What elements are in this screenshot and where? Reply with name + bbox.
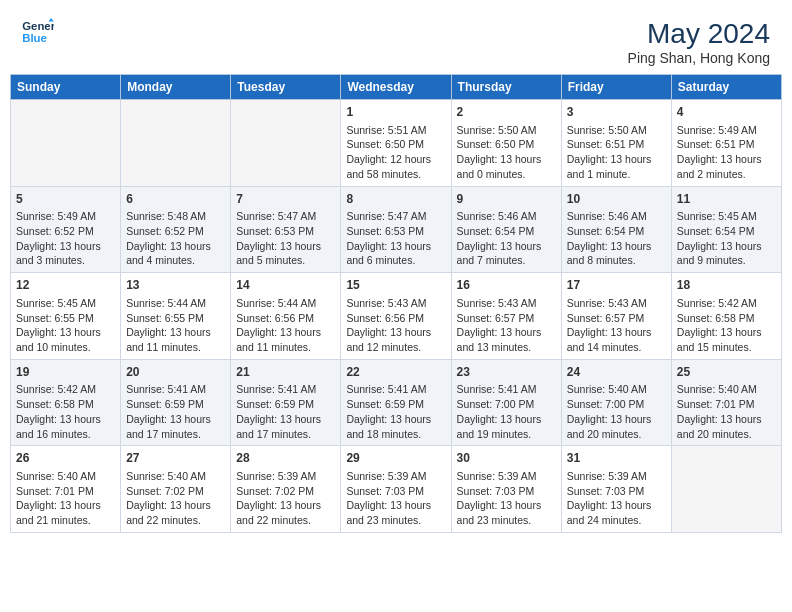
sunset-line: Sunset: 7:01 PM (677, 398, 755, 410)
sunset-line: Sunset: 6:57 PM (457, 312, 535, 324)
calendar-week-row: 5Sunrise: 5:49 AMSunset: 6:52 PMDaylight… (11, 186, 782, 273)
calendar-cell: 1Sunrise: 5:51 AMSunset: 6:50 PMDaylight… (341, 100, 451, 187)
calendar-cell (231, 100, 341, 187)
daylight-line: Daylight: 13 hours and 22 minutes. (126, 499, 211, 526)
calendar-cell: 13Sunrise: 5:44 AMSunset: 6:55 PMDayligh… (121, 273, 231, 360)
calendar-cell: 12Sunrise: 5:45 AMSunset: 6:55 PMDayligh… (11, 273, 121, 360)
daylight-line: Daylight: 13 hours and 17 minutes. (126, 413, 211, 440)
calendar-cell: 10Sunrise: 5:46 AMSunset: 6:54 PMDayligh… (561, 186, 671, 273)
svg-text:General: General (22, 20, 54, 32)
sunset-line: Sunset: 6:50 PM (457, 138, 535, 150)
calendar-week-row: 19Sunrise: 5:42 AMSunset: 6:58 PMDayligh… (11, 359, 782, 446)
sunset-line: Sunset: 6:55 PM (126, 312, 204, 324)
sunset-line: Sunset: 7:03 PM (567, 485, 645, 497)
sunrise-line: Sunrise: 5:44 AM (236, 297, 316, 309)
sunrise-line: Sunrise: 5:47 AM (236, 210, 316, 222)
day-number: 29 (346, 450, 445, 467)
sunrise-line: Sunrise: 5:50 AM (567, 124, 647, 136)
sunset-line: Sunset: 7:03 PM (457, 485, 535, 497)
calendar-cell: 7Sunrise: 5:47 AMSunset: 6:53 PMDaylight… (231, 186, 341, 273)
daylight-line: Daylight: 13 hours and 11 minutes. (126, 326, 211, 353)
sunrise-line: Sunrise: 5:40 AM (567, 383, 647, 395)
daylight-line: Daylight: 13 hours and 21 minutes. (16, 499, 101, 526)
calendar-header-row: SundayMondayTuesdayWednesdayThursdayFrid… (11, 75, 782, 100)
day-number: 21 (236, 364, 335, 381)
sunrise-line: Sunrise: 5:39 AM (346, 470, 426, 482)
sunset-line: Sunset: 7:01 PM (16, 485, 94, 497)
weekday-header-saturday: Saturday (671, 75, 781, 100)
sunset-line: Sunset: 6:58 PM (677, 312, 755, 324)
calendar-cell: 15Sunrise: 5:43 AMSunset: 6:56 PMDayligh… (341, 273, 451, 360)
sunrise-line: Sunrise: 5:41 AM (346, 383, 426, 395)
day-number: 28 (236, 450, 335, 467)
day-number: 19 (16, 364, 115, 381)
day-number: 25 (677, 364, 776, 381)
sunset-line: Sunset: 7:03 PM (346, 485, 424, 497)
calendar-cell: 6Sunrise: 5:48 AMSunset: 6:52 PMDaylight… (121, 186, 231, 273)
weekday-header-tuesday: Tuesday (231, 75, 341, 100)
sunset-line: Sunset: 6:59 PM (126, 398, 204, 410)
sunset-line: Sunset: 6:53 PM (346, 225, 424, 237)
daylight-line: Daylight: 13 hours and 8 minutes. (567, 240, 652, 267)
day-number: 18 (677, 277, 776, 294)
day-number: 24 (567, 364, 666, 381)
calendar-cell: 30Sunrise: 5:39 AMSunset: 7:03 PMDayligh… (451, 446, 561, 533)
daylight-line: Daylight: 13 hours and 16 minutes. (16, 413, 101, 440)
sunrise-line: Sunrise: 5:43 AM (346, 297, 426, 309)
sunset-line: Sunset: 6:50 PM (346, 138, 424, 150)
location: Ping Shan, Hong Kong (628, 50, 770, 66)
calendar-cell: 20Sunrise: 5:41 AMSunset: 6:59 PMDayligh… (121, 359, 231, 446)
sunrise-line: Sunrise: 5:50 AM (457, 124, 537, 136)
day-number: 1 (346, 104, 445, 121)
daylight-line: Daylight: 13 hours and 24 minutes. (567, 499, 652, 526)
sunset-line: Sunset: 6:55 PM (16, 312, 94, 324)
sunrise-line: Sunrise: 5:42 AM (677, 297, 757, 309)
daylight-line: Daylight: 13 hours and 6 minutes. (346, 240, 431, 267)
day-number: 27 (126, 450, 225, 467)
sunrise-line: Sunrise: 5:49 AM (16, 210, 96, 222)
day-number: 2 (457, 104, 556, 121)
page-header: General Blue May 2024 Ping Shan, Hong Ko… (10, 10, 782, 70)
sunset-line: Sunset: 7:02 PM (236, 485, 314, 497)
daylight-line: Daylight: 13 hours and 22 minutes. (236, 499, 321, 526)
sunrise-line: Sunrise: 5:45 AM (677, 210, 757, 222)
weekday-header-monday: Monday (121, 75, 231, 100)
daylight-line: Daylight: 13 hours and 0 minutes. (457, 153, 542, 180)
sunrise-line: Sunrise: 5:41 AM (126, 383, 206, 395)
calendar-week-row: 12Sunrise: 5:45 AMSunset: 6:55 PMDayligh… (11, 273, 782, 360)
calendar-cell: 25Sunrise: 5:40 AMSunset: 7:01 PMDayligh… (671, 359, 781, 446)
sunset-line: Sunset: 6:54 PM (567, 225, 645, 237)
day-number: 20 (126, 364, 225, 381)
daylight-line: Daylight: 13 hours and 4 minutes. (126, 240, 211, 267)
daylight-line: Daylight: 13 hours and 5 minutes. (236, 240, 321, 267)
daylight-line: Daylight: 13 hours and 10 minutes. (16, 326, 101, 353)
sunrise-line: Sunrise: 5:41 AM (236, 383, 316, 395)
calendar-cell: 22Sunrise: 5:41 AMSunset: 6:59 PMDayligh… (341, 359, 451, 446)
sunrise-line: Sunrise: 5:39 AM (236, 470, 316, 482)
daylight-line: Daylight: 13 hours and 17 minutes. (236, 413, 321, 440)
calendar-cell: 31Sunrise: 5:39 AMSunset: 7:03 PMDayligh… (561, 446, 671, 533)
sunset-line: Sunset: 7:02 PM (126, 485, 204, 497)
sunset-line: Sunset: 6:56 PM (346, 312, 424, 324)
calendar-cell: 4Sunrise: 5:49 AMSunset: 6:51 PMDaylight… (671, 100, 781, 187)
day-number: 10 (567, 191, 666, 208)
sunrise-line: Sunrise: 5:48 AM (126, 210, 206, 222)
calendar-cell: 27Sunrise: 5:40 AMSunset: 7:02 PMDayligh… (121, 446, 231, 533)
daylight-line: Daylight: 13 hours and 1 minute. (567, 153, 652, 180)
daylight-line: Daylight: 13 hours and 20 minutes. (567, 413, 652, 440)
calendar-cell: 3Sunrise: 5:50 AMSunset: 6:51 PMDaylight… (561, 100, 671, 187)
day-number: 6 (126, 191, 225, 208)
day-number: 7 (236, 191, 335, 208)
sunset-line: Sunset: 6:52 PM (16, 225, 94, 237)
calendar-cell: 24Sunrise: 5:40 AMSunset: 7:00 PMDayligh… (561, 359, 671, 446)
logo: General Blue (22, 18, 54, 46)
day-number: 4 (677, 104, 776, 121)
sunset-line: Sunset: 6:51 PM (567, 138, 645, 150)
daylight-line: Daylight: 13 hours and 11 minutes. (236, 326, 321, 353)
calendar-week-row: 26Sunrise: 5:40 AMSunset: 7:01 PMDayligh… (11, 446, 782, 533)
calendar-cell: 9Sunrise: 5:46 AMSunset: 6:54 PMDaylight… (451, 186, 561, 273)
month-year: May 2024 (628, 18, 770, 50)
calendar-cell: 29Sunrise: 5:39 AMSunset: 7:03 PMDayligh… (341, 446, 451, 533)
sunrise-line: Sunrise: 5:44 AM (126, 297, 206, 309)
calendar-cell: 18Sunrise: 5:42 AMSunset: 6:58 PMDayligh… (671, 273, 781, 360)
